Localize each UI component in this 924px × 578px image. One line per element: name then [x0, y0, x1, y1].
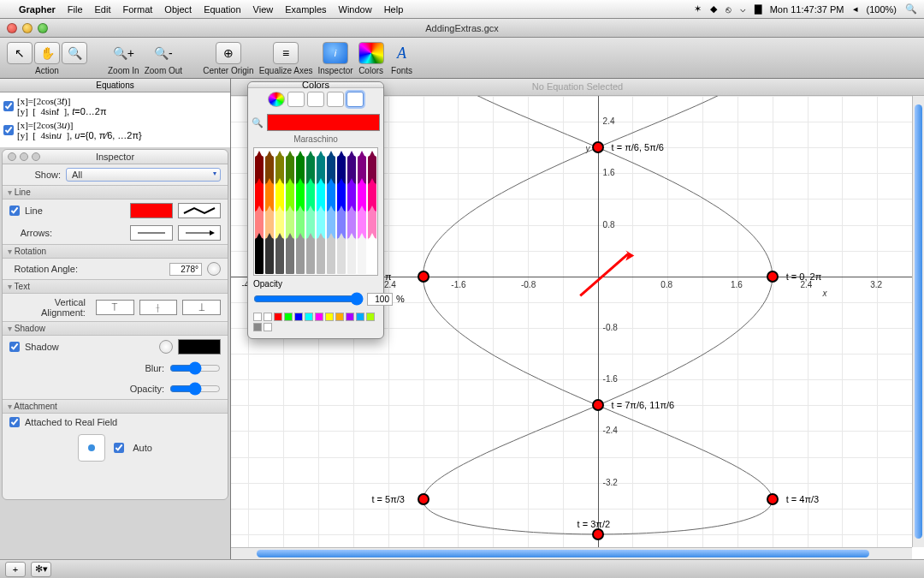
crayon[interactable] — [337, 238, 346, 274]
data-point[interactable] — [592, 528, 604, 540]
menu-object[interactable]: Object — [164, 4, 192, 15]
vertical-scrollbar[interactable] — [912, 96, 924, 547]
show-select[interactable]: All — [66, 168, 221, 182]
equation-row[interactable]: [x]=[2cos(3u)][y] [ 4sinu ], u={0, π⁄6, … — [3, 120, 227, 140]
palette-swatch[interactable] — [253, 323, 262, 331]
palette-swatch[interactable] — [264, 323, 272, 331]
palette-swatch[interactable] — [274, 313, 282, 321]
panel-min-icon[interactable] — [20, 152, 28, 161]
menu-window[interactable]: Window — [339, 4, 372, 15]
palette-swatch[interactable] — [305, 313, 313, 321]
crayon[interactable] — [347, 238, 356, 274]
arrow-end-picker[interactable] — [178, 225, 221, 241]
shadow-checkbox[interactable] — [9, 342, 20, 352]
blur-slider[interactable] — [169, 361, 221, 375]
data-point[interactable] — [418, 493, 429, 505]
menu-equation[interactable]: Equation — [204, 4, 240, 15]
line-color-swatch[interactable] — [130, 203, 173, 218]
valign-mid-button[interactable]: ⟊ — [139, 300, 178, 315]
status-icon[interactable]: ◆ — [710, 3, 717, 15]
menu-examples[interactable]: Examples — [285, 4, 326, 15]
palette-swatch[interactable] — [356, 313, 364, 321]
opacity-slider[interactable] — [253, 292, 364, 306]
section-line[interactable]: Line — [3, 185, 228, 200]
palette-swatch[interactable] — [366, 313, 375, 321]
palette-row[interactable] — [248, 309, 383, 338]
clock[interactable]: Mon 11:47:37 PM — [770, 4, 844, 15]
valign-top-button[interactable]: ⟙ — [96, 300, 134, 315]
attach-checkbox[interactable] — [9, 417, 20, 427]
horizontal-scrollbar[interactable] — [231, 547, 912, 559]
crayon[interactable] — [265, 238, 274, 274]
fonts-icon[interactable]: A — [389, 42, 415, 64]
palette-swatch[interactable] — [253, 313, 262, 321]
shadow-color-swatch[interactable] — [178, 339, 221, 355]
rotation-input[interactable] — [169, 263, 202, 276]
crayon[interactable] — [255, 238, 264, 274]
palette-swatch[interactable] — [294, 313, 303, 321]
panel-zoom-icon[interactable] — [32, 152, 40, 161]
arrow-start-picker[interactable] — [130, 225, 173, 241]
section-shadow[interactable]: Shadow — [3, 321, 228, 336]
zoom-tool-icon[interactable]: 🔍 — [62, 42, 87, 64]
crayon[interactable] — [327, 238, 335, 274]
spotlight-icon[interactable]: 🔍 — [905, 3, 917, 15]
crayon[interactable] — [368, 238, 376, 274]
status-icon[interactable]: ✶ — [694, 3, 702, 15]
panel-close-icon[interactable] — [8, 152, 16, 161]
zoom-button[interactable] — [38, 23, 48, 33]
close-button[interactable] — [7, 23, 17, 33]
menu-help[interactable]: Help — [384, 4, 404, 15]
crayons-tab-icon[interactable] — [346, 92, 364, 107]
palette-swatch[interactable] — [315, 313, 323, 321]
rotation-dial-icon[interactable] — [207, 262, 221, 276]
line-checkbox[interactable] — [9, 206, 20, 216]
battery-icon[interactable]: ◂ — [853, 3, 858, 15]
hand-tool-icon[interactable]: ✋ — [34, 42, 60, 64]
data-point[interactable] — [767, 271, 779, 283]
opacity-input[interactable] — [367, 293, 393, 306]
action-menu-button[interactable]: ✻▾ — [31, 562, 51, 577]
inspector-icon[interactable]: i — [323, 42, 348, 64]
window-titlebar[interactable]: AddingExtras.gcx — [0, 19, 924, 38]
equation-checkbox[interactable] — [3, 125, 14, 135]
crayon[interactable] — [275, 238, 284, 274]
crayon[interactable] — [296, 238, 305, 274]
colors-icon[interactable] — [358, 42, 384, 64]
auto-checkbox[interactable] — [114, 443, 124, 453]
line-style-picker[interactable] — [178, 203, 221, 218]
crayon[interactable] — [358, 238, 366, 274]
equation-checkbox[interactable] — [3, 101, 14, 111]
data-point[interactable] — [592, 399, 604, 411]
colors-window[interactable]: Colors 🔍 Maraschino Opacity % — [247, 81, 384, 339]
equation-row[interactable]: [x]=[2cos(3t)][y] [ 4sint ], t=0…2π — [3, 96, 227, 116]
crayon-picker[interactable] — [253, 147, 378, 276]
palette-swatch[interactable] — [284, 313, 293, 321]
data-point[interactable] — [592, 141, 604, 153]
crayon[interactable] — [306, 238, 315, 274]
menu-view[interactable]: View — [253, 4, 274, 15]
center-origin-icon[interactable]: ⊕ — [216, 42, 241, 64]
zoom-out-icon[interactable]: 🔍- — [151, 42, 176, 64]
crayon[interactable] — [317, 238, 325, 274]
arrow-tool-icon[interactable]: ↖ — [7, 42, 33, 64]
search-icon[interactable]: 🔍 — [252, 117, 264, 128]
color-wheel-tab-icon[interactable] — [268, 92, 285, 107]
palette-swatch[interactable] — [264, 313, 272, 321]
palette-swatch[interactable] — [346, 313, 354, 321]
shadow-dial-icon[interactable] — [159, 340, 173, 354]
data-point[interactable] — [418, 271, 429, 283]
color-sliders-tab-icon[interactable] — [287, 92, 305, 107]
flag-icon[interactable]: ▇ — [755, 3, 761, 15]
section-attachment[interactable]: Attachment — [3, 399, 228, 414]
valign-bot-button[interactable]: ⟘ — [182, 300, 221, 315]
equalize-axes-icon[interactable]: ≡ — [273, 42, 299, 64]
opacity-slider[interactable] — [169, 382, 221, 396]
image-palettes-tab-icon[interactable] — [327, 92, 344, 107]
palette-swatch[interactable] — [325, 313, 334, 321]
color-palettes-tab-icon[interactable] — [307, 92, 324, 107]
add-button[interactable]: + — [5, 562, 26, 577]
attach-point-icon[interactable] — [78, 434, 105, 462]
section-rotation[interactable]: Rotation — [3, 244, 228, 259]
minimize-button[interactable] — [22, 23, 33, 33]
